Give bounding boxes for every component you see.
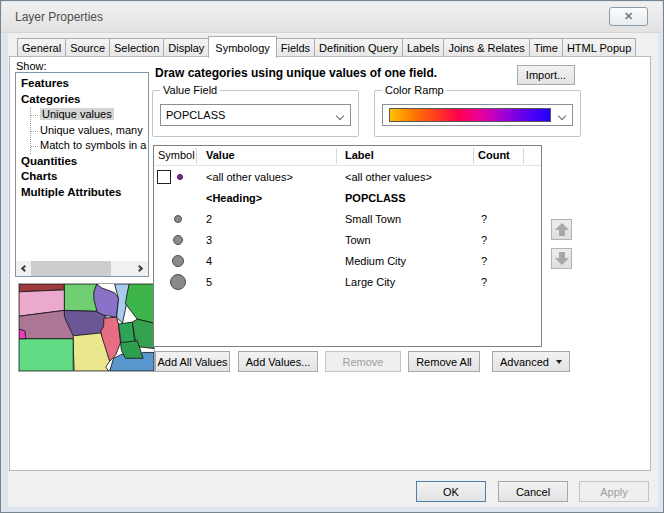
color-ramp-swatch [389,108,551,122]
tree-item-unique-values[interactable]: Unique values [31,107,148,123]
scroll-left-icon[interactable] [16,261,31,276]
tab-joins-relates[interactable]: Joins & Relates [443,38,529,57]
color-ramp-combobox[interactable] [382,104,573,126]
show-label: Show: [16,60,47,72]
scrollbar-track[interactable] [31,261,133,276]
table-row[interactable]: <Heading> POPCLASS [154,188,541,209]
advanced-label: Advanced [500,356,549,368]
menu-arrow-icon [556,360,562,364]
symbol-swatch[interactable] [172,255,184,267]
tab-source[interactable]: Source [65,38,110,57]
all-other-values-checkbox[interactable] [157,170,171,184]
value-field-combobox[interactable]: POPCLASS [160,104,351,126]
symbol-swatch[interactable] [170,274,186,290]
symbol-swatch[interactable] [174,215,182,223]
unique-values-table[interactable]: Symbol Value Label Count <all other valu… [153,145,542,347]
tab-html-popup[interactable]: HTML Popup [562,38,636,57]
cell-count: ? [481,213,487,225]
apply-button: Apply [579,481,649,502]
chevron-down-icon [336,112,344,120]
tree-item-charts[interactable]: Charts [21,169,148,185]
title-bar: Layer Properties ✕ [2,2,662,33]
add-values-button[interactable]: Add Values... [238,351,318,372]
cell-label: Small Town [345,213,401,225]
tree-item-multiple-attributes[interactable]: Multiple Attributes [21,185,148,201]
tree-item-categories[interactable]: Categories [21,92,148,108]
show-tree-list[interactable]: Features Categories Unique values Unique… [15,72,149,277]
tab-time[interactable]: Time [529,38,563,57]
tab-fields[interactable]: Fields [276,38,315,57]
cell-value: 2 [206,213,212,225]
move-down-button[interactable] [551,248,572,269]
remove-button: Remove [325,351,401,372]
down-arrow-icon [555,252,569,265]
color-ramp-label: Color Ramp [382,84,447,96]
tree-item-features[interactable]: Features [21,76,148,92]
tree-item-quantities[interactable]: Quantities [21,154,148,170]
column-header-count[interactable]: Count [478,149,510,161]
table-row[interactable]: 3 Town ? [154,230,541,251]
advanced-button[interactable]: Advanced [492,351,570,372]
map-preview [18,283,155,372]
cell-label: POPCLASS [345,192,406,204]
table-row[interactable]: <all other values> <all other values> [154,167,541,188]
table-header: Symbol Value Label Count [154,146,541,166]
tab-labels[interactable]: Labels [402,38,444,57]
tab-general[interactable]: General [17,38,66,57]
color-ramp-group: Color Ramp [374,90,581,137]
cell-count: ? [481,255,487,267]
move-up-button[interactable] [551,219,572,240]
symbol-swatch[interactable] [173,235,183,245]
cell-value: <all other values> [206,171,293,183]
add-all-values-button[interactable]: Add All Values [155,351,230,372]
symbol-swatch[interactable] [177,174,183,180]
cell-count: ? [481,276,487,288]
value-field-label: Value Field [160,84,220,96]
column-header-value[interactable]: Value [206,149,235,161]
tree-item-match-symbols[interactable]: Match to symbols in a [31,138,148,154]
tree-item-unique-values-many[interactable]: Unique values, many [31,123,148,139]
tab-symbology[interactable]: Symbology [208,36,276,58]
layer-properties-dialog: Layer Properties ✕ General Source Select… [0,0,664,513]
tab-bar: General Source Selection Display Symbolo… [17,36,635,57]
close-icon: ✕ [624,10,633,23]
cell-label: <all other values> [345,171,432,183]
scroll-right-icon[interactable] [133,261,148,276]
tab-selection[interactable]: Selection [109,38,164,57]
table-row[interactable]: 5 Large City ? [154,272,541,293]
value-field-selected: POPCLASS [161,109,225,121]
scrollbar-thumb[interactable] [31,261,111,276]
cell-value: <Heading> [206,192,262,204]
column-header-label[interactable]: Label [345,149,374,161]
cell-value: 4 [206,255,212,267]
cell-label: Large City [345,276,395,288]
cancel-button[interactable]: Cancel [498,481,568,502]
symbology-tab-page: Show: Features Categories Unique values … [9,56,651,471]
chevron-down-icon [558,112,566,120]
cell-value: 5 [206,276,212,288]
close-button[interactable]: ✕ [609,7,648,26]
import-button[interactable]: Import... [517,65,575,85]
cell-label: Town [345,234,371,246]
value-field-group: Value Field POPCLASS [152,90,359,137]
dialog-body: General Source Selection Display Symbolo… [8,33,658,507]
window-title: Layer Properties [15,10,103,24]
tab-definition-query[interactable]: Definition Query [314,38,403,57]
cell-label: Medium City [345,255,406,267]
method-description: Draw categories using unique values of o… [155,66,437,80]
cell-count: ? [481,234,487,246]
tree-horizontal-scrollbar[interactable] [16,261,148,276]
column-header-symbol[interactable]: Symbol [158,149,195,161]
tab-display[interactable]: Display [163,38,209,57]
cell-value: 3 [206,234,212,246]
up-arrow-icon [555,223,569,236]
ok-button[interactable]: OK [416,481,486,502]
table-row[interactable]: 4 Medium City ? [154,251,541,272]
table-row[interactable]: 2 Small Town ? [154,209,541,230]
remove-all-button[interactable]: Remove All [408,351,480,372]
